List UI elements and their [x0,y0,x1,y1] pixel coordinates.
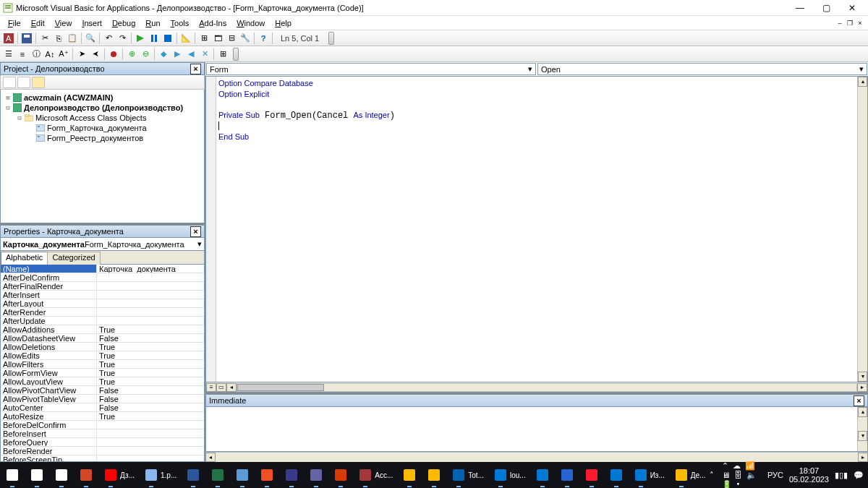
property-value[interactable]: False [97,395,204,403]
property-value[interactable]: False [97,386,204,394]
taskbar-taskview[interactable] [49,462,74,488]
maximize-button[interactable]: ▢ [813,0,839,16]
run-icon[interactable] [134,32,147,45]
code-vscroll[interactable]: ▴ ▾ [857,77,867,382]
property-row[interactable]: AllowFiltersTrue [1,360,204,369]
breakpoint-icon[interactable] [107,48,120,61]
taskbar-powerpoint[interactable] [74,462,98,488]
object-dropdown[interactable]: Form ▾ [206,63,536,75]
tray-icon[interactable]: 🖥 [722,471,730,479]
tray-icon[interactable]: ꞏ [736,480,740,489]
redo-icon[interactable]: ↷ [116,32,129,45]
indent-icon[interactable]: ➤ [75,48,88,61]
taskbar-mail[interactable] [530,462,555,488]
property-row[interactable]: BeforeScreenTip [1,455,204,462]
scroll-down-icon[interactable]: ▾ [858,431,867,441]
mdi-close[interactable]: × [855,20,865,27]
immediate-vscroll[interactable]: ▴ ▾ [857,407,867,451]
property-value[interactable]: True [97,377,204,385]
procedure-dropdown[interactable]: Open ▾ [537,63,867,75]
property-value[interactable]: True [97,351,204,359]
property-row[interactable]: BeforeDelConfirm [1,421,204,429]
property-value[interactable] [97,317,204,325]
property-row[interactable]: AfterLayout [1,299,204,308]
help-icon[interactable]: ? [257,32,270,45]
view-code-button[interactable] [3,77,16,88]
toolbox-icon[interactable]: 🔧 [239,32,252,45]
close-button[interactable]: ✕ [839,0,865,16]
immediate-close-button[interactable]: × [854,395,864,406]
tree-item[interactable]: ⊟Делопроизводство (Делопроизводство) [2,103,203,113]
tree-twisty-icon[interactable]: ⊟ [15,114,24,121]
property-row[interactable]: AllowFormViewTrue [1,369,204,377]
properties-close-button[interactable]: × [190,226,201,237]
property-value[interactable]: False [97,403,204,411]
menu-help[interactable]: Help [270,18,297,28]
minimize-button[interactable]: — [787,0,813,16]
toggle-folders-button[interactable] [32,77,45,88]
property-value[interactable] [97,455,204,462]
property-row[interactable]: AutoCenterFalse [1,403,204,412]
property-row[interactable]: AfterInsert [1,291,204,299]
tree-twisty-icon[interactable]: ⊞ [4,94,12,101]
bookmark-icon[interactable]: ◆ [157,48,170,61]
property-row[interactable]: AllowAdditionsTrue [1,325,204,334]
menu-window[interactable]: Window [231,18,270,28]
tray-icon[interactable]: 🔋 [722,480,732,489]
property-row[interactable]: AllowLayoutViewTrue [1,377,204,386]
property-row[interactable]: BeforeQuery [1,438,204,447]
scroll-right-icon[interactable]: ▸ [857,383,867,392]
edit-grip[interactable]: ⊞ [216,48,229,61]
menu-file[interactable]: File [3,18,26,28]
property-row[interactable]: (Name)Карточка_документа [1,265,204,273]
property-row[interactable]: AllowPivotTableViewFalse [1,395,204,403]
properties-grid[interactable]: (Name)Карточка_документаAfterDelConfirmA… [0,264,205,462]
property-value[interactable] [97,438,204,446]
toolbar-grip[interactable] [328,32,334,45]
project-tree[interactable]: ⊞acwzmain (ACWZMAIN)⊟Делопроизводство (Д… [0,90,205,223]
property-value[interactable] [97,291,204,299]
taskbar-word[interactable] [181,462,205,488]
menu-add-ins[interactable]: Add-Ins [194,18,231,28]
tray-chevron-icon[interactable]: ˄ [710,471,714,480]
menu-run[interactable]: Run [140,18,165,28]
view-access-icon[interactable]: A [2,32,15,45]
procedure-view-icon[interactable]: ▭ [216,383,226,392]
property-row[interactable]: AfterRender [1,308,204,317]
taskbar-explorer[interactable] [422,462,446,488]
action-center-icon[interactable]: 💬 [854,471,864,480]
property-value[interactable] [97,447,204,455]
taskbar-edge[interactable] [629,462,653,488]
paste-icon[interactable]: 📋 [66,32,79,45]
taskbar-app3[interactable] [328,462,353,488]
code-text[interactable]: Option Compare Database Option Explicit … [218,78,395,142]
full-module-view-icon[interactable]: ≡ [206,383,216,392]
outdent-icon[interactable]: ➤ [89,48,102,61]
taskbar-opera[interactable] [579,462,604,488]
property-row[interactable]: AfterDelConfirm [1,273,204,282]
tray-icon[interactable]: ☁ [733,461,741,470]
code-hscroll[interactable]: ≡ ▭ ◂ ▸ [205,382,868,393]
property-value[interactable]: True [97,343,204,351]
tree-item[interactable]: Form_Карточка_документа [2,123,203,133]
comment-icon[interactable]: ⊕ [125,48,138,61]
break-icon[interactable] [148,32,161,45]
property-value[interactable] [97,421,204,429]
taskbar-app2[interactable] [304,462,328,488]
code-editor[interactable]: Option Compare Database Option Explicit … [205,77,868,382]
menu-insert[interactable]: Insert [77,18,107,28]
property-row[interactable]: AllowEditsTrue [1,351,204,360]
tab-alphabetic[interactable]: Alphabetic [1,252,48,265]
scroll-down-icon[interactable]: ▾ [858,372,867,382]
property-value[interactable]: True [97,412,204,420]
taskbar-app1[interactable] [230,462,255,488]
list-props-icon[interactable]: ☰ [2,48,15,61]
property-row[interactable]: AllowDeletionsTrue [1,343,204,351]
taskbar-calendar[interactable] [604,462,629,488]
property-row[interactable]: AutoResizeTrue [1,412,204,421]
cut-icon[interactable]: ✂ [38,32,51,45]
clock[interactable]: 18:07 05.02.2023 [789,466,829,484]
design-mode-icon[interactable]: 📐 [179,32,192,45]
taskbar-vscode[interactable] [488,462,513,488]
property-row[interactable]: BeforeInsert [1,429,204,438]
